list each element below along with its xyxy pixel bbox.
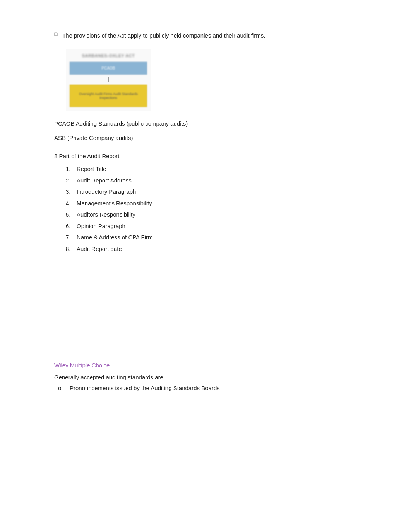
wiley-options-list: o Pronouncements issued by the Auditing … (58, 384, 372, 393)
list-text: Introductory Paragraph (77, 187, 136, 197)
list-num: 8. (66, 244, 77, 254)
list-text: Name & Address of CPA Firm (77, 232, 152, 242)
option-text: Pronouncements issued by the Auditing St… (70, 384, 220, 393)
list-item: 6. Opinion Paragraph (66, 221, 372, 231)
diagram-connector (108, 77, 109, 82)
option-label: o (58, 384, 70, 393)
list-text: Auditors Responsibility (77, 210, 135, 220)
list-num: 6. (66, 221, 77, 231)
list-num: 3. (66, 187, 77, 197)
list-item: 2. Audit Report Address (66, 176, 372, 186)
list-num: 2. (66, 176, 77, 186)
list-item: 4. Management's Responsibility (66, 198, 372, 208)
list-item: 1. Report Title (66, 164, 372, 174)
list-item: 3. Introductory Paragraph (66, 187, 372, 197)
sarbanes-oxley-diagram: SARBANES-OXLEY ACT PCAOB Oversight Audit… (66, 49, 151, 111)
bullet-item: ❑ The provisions of the Act apply to pub… (54, 31, 372, 40)
pcaob-standard: PCAOB Auditing Standards (public company… (54, 120, 372, 127)
audit-report-parts-list: 1. Report Title 2. Audit Report Address … (66, 164, 372, 254)
bullet-text: The provisions of the Act apply to publi… (62, 31, 265, 40)
list-text: Management's Responsibility (77, 198, 152, 208)
list-num: 1. (66, 164, 77, 174)
list-text: Opinion Paragraph (77, 221, 125, 231)
wiley-option-item: o Pronouncements issued by the Auditing … (58, 384, 372, 393)
diagram-top-box: PCAOB (70, 62, 147, 75)
bullet-icon: ❑ (54, 32, 58, 36)
diagram-bottom-box: Oversight Audit Firms Audit Standards In… (70, 85, 147, 107)
list-text: Report Title (77, 164, 106, 174)
wiley-question: Generally accepted auditing standards ar… (54, 374, 372, 380)
diagram-title: SARBANES-OXLEY ACT (70, 53, 147, 58)
list-item: 8. Audit Report date (66, 244, 372, 254)
list-num: 4. (66, 198, 77, 208)
list-text: Audit Report Address (77, 176, 132, 186)
list-item: 5. Auditors Responsibility (66, 210, 372, 220)
wiley-title: Wiley Multiple Choice (54, 362, 372, 368)
wiley-section: Wiley Multiple Choice Generally accepted… (54, 362, 372, 393)
list-text: Audit Report date (77, 244, 122, 254)
audit-report-parts-section: 8 Part of the Audit Report 1. Report Tit… (54, 153, 372, 254)
list-item: 7. Name & Address of CPA Firm (66, 232, 372, 242)
list-num: 5. (66, 210, 77, 220)
asb-standard: ASB (Private Company audits) (54, 135, 372, 141)
list-num: 7. (66, 232, 77, 242)
list-section-title: 8 Part of the Audit Report (54, 153, 372, 159)
